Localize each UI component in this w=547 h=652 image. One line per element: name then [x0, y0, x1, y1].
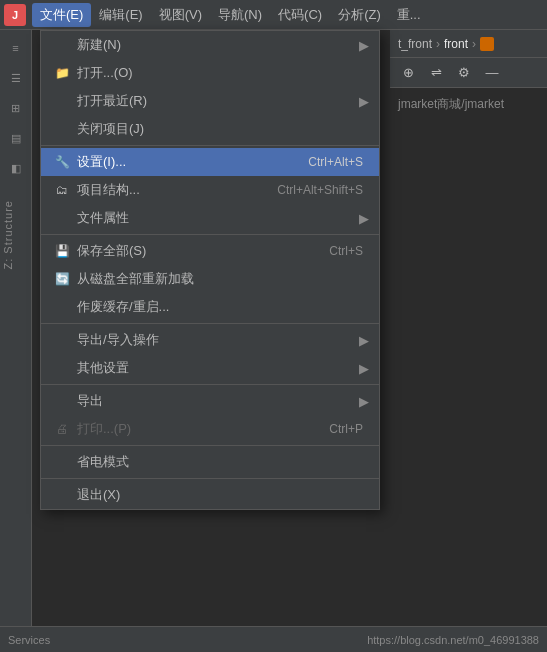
divider-1	[41, 145, 379, 146]
status-bar-right: https://blog.csdn.net/m0_46991388	[367, 634, 539, 646]
menu-code[interactable]: 代码(C)	[270, 3, 330, 27]
menu-item-reload-label: 从磁盘全部重新加载	[77, 270, 363, 288]
open-icon: 📁	[53, 64, 71, 82]
menu-item-print[interactable]: 🖨 打印...(P) Ctrl+P	[41, 415, 379, 443]
menu-edit[interactable]: 编辑(E)	[91, 3, 150, 27]
left-sidebar: ≡ ☰ ⊞ ▤ ◧	[0, 30, 32, 626]
structure-label: Z: Structure	[2, 200, 14, 269]
file-props-icon	[53, 209, 71, 227]
sidebar-icon-4[interactable]: ▤	[2, 124, 30, 152]
export-icon	[53, 392, 71, 410]
close-project-icon	[53, 120, 71, 138]
breadcrumb-t-front[interactable]: t_front	[398, 37, 432, 51]
open-recent-icon	[53, 92, 71, 110]
breadcrumb-front[interactable]: front	[444, 37, 468, 51]
breadcrumb: t_front › front ›	[390, 30, 547, 58]
menu-item-close-project[interactable]: 关闭项目(J)	[41, 115, 379, 143]
project-structure-icon: 🗂	[53, 181, 71, 199]
divider-4	[41, 384, 379, 385]
menu-item-print-label: 打印...(P)	[77, 420, 313, 438]
menu-item-save-all[interactable]: 💾 保存全部(S) Ctrl+S	[41, 237, 379, 265]
menu-item-exit-label: 退出(X)	[77, 486, 363, 504]
reload-icon: 🔄	[53, 270, 71, 288]
menu-item-open-label: 打开...(O)	[77, 64, 363, 82]
menu-item-power-save[interactable]: 省电模式	[41, 448, 379, 476]
export-arrow-icon: ▶	[359, 394, 369, 409]
invalidate-icon	[53, 298, 71, 316]
menu-item-new[interactable]: 新建(N) ▶	[41, 31, 379, 59]
menu-item-project-structure-label: 项目结构...	[77, 181, 261, 199]
export-import-icon	[53, 331, 71, 349]
menu-item-export-import[interactable]: 导出/导入操作 ▶	[41, 326, 379, 354]
menu-navigate[interactable]: 导航(N)	[210, 3, 270, 27]
other-settings-icon	[53, 359, 71, 377]
menu-item-power-save-label: 省电模式	[77, 453, 363, 471]
file-props-arrow-icon: ▶	[359, 211, 369, 226]
exit-icon	[53, 486, 71, 504]
divider-5	[41, 445, 379, 446]
app-logo: J	[4, 4, 26, 26]
toolbar-minus-icon[interactable]: —	[482, 63, 502, 83]
menu-item-new-label: 新建(N)	[77, 36, 363, 54]
menu-item-project-structure[interactable]: 🗂 项目结构... Ctrl+Alt+Shift+S	[41, 176, 379, 204]
print-icon: 🖨	[53, 420, 71, 438]
open-recent-arrow-icon: ▶	[359, 94, 369, 109]
menu-item-settings[interactable]: 🔧 设置(I)... Ctrl+Alt+S	[41, 148, 379, 176]
power-save-icon	[53, 453, 71, 471]
export-import-arrow-icon: ▶	[359, 333, 369, 348]
settings-shortcut: Ctrl+Alt+S	[308, 155, 363, 169]
toolbar-settings-icon[interactable]: ⚙	[454, 63, 474, 83]
right-panel: jmarket商城/jmarket	[390, 88, 547, 626]
menu-item-open-recent-label: 打开最近(R)	[77, 92, 363, 110]
sidebar-icon-2[interactable]: ☰	[2, 64, 30, 92]
settings-wrench-icon: 🔧	[53, 153, 71, 171]
file-menu-dropdown: 新建(N) ▶ 📁 打开...(O) 打开最近(R) ▶ 关闭项目(J) 🔧 设…	[40, 30, 380, 510]
menu-item-reload[interactable]: 🔄 从磁盘全部重新加载	[41, 265, 379, 293]
menu-item-export[interactable]: 导出 ▶	[41, 387, 379, 415]
menu-analyze[interactable]: 分析(Z)	[330, 3, 389, 27]
menu-item-close-project-label: 关闭项目(J)	[77, 120, 363, 138]
menu-item-file-props-label: 文件属性	[77, 209, 363, 227]
status-bar: Services https://blog.csdn.net/m0_469913…	[0, 626, 547, 652]
breadcrumb-file-icon	[480, 37, 494, 51]
menu-item-invalidate[interactable]: 作废缓存/重启...	[41, 293, 379, 321]
sidebar-icon-5[interactable]: ◧	[2, 154, 30, 182]
menu-item-open-recent[interactable]: 打开最近(R) ▶	[41, 87, 379, 115]
other-settings-arrow-icon: ▶	[359, 361, 369, 376]
sidebar-icon-3[interactable]: ⊞	[2, 94, 30, 122]
divider-3	[41, 323, 379, 324]
new-icon	[53, 36, 71, 54]
menu-item-export-label: 导出	[77, 392, 363, 410]
menu-item-other-settings[interactable]: 其他设置 ▶	[41, 354, 379, 382]
new-arrow-icon: ▶	[359, 38, 369, 53]
menu-item-exit[interactable]: 退出(X)	[41, 481, 379, 509]
right-panel-path: jmarket商城/jmarket	[398, 97, 504, 111]
menu-item-other-settings-label: 其他设置	[77, 359, 363, 377]
menu-item-export-import-label: 导出/导入操作	[77, 331, 363, 349]
menu-item-save-all-label: 保存全部(S)	[77, 242, 313, 260]
toolbar: ⊕ ⇌ ⚙ —	[390, 58, 547, 88]
toolbar-add-icon[interactable]: ⊕	[398, 63, 418, 83]
divider-6	[41, 478, 379, 479]
toolbar-sync-icon[interactable]: ⇌	[426, 63, 446, 83]
divider-2	[41, 234, 379, 235]
status-bar-left: Services	[8, 634, 50, 646]
save-all-shortcut: Ctrl+S	[329, 244, 363, 258]
menu-item-file-props[interactable]: 文件属性 ▶	[41, 204, 379, 232]
menu-item-open[interactable]: 📁 打开...(O)	[41, 59, 379, 87]
save-icon: 💾	[53, 242, 71, 260]
menu-view[interactable]: 视图(V)	[151, 3, 210, 27]
breadcrumb-sep-2: ›	[472, 37, 476, 51]
breadcrumb-sep-1: ›	[436, 37, 440, 51]
menu-file[interactable]: 文件(E)	[32, 3, 91, 27]
sidebar-icon-1[interactable]: ≡	[2, 34, 30, 62]
print-shortcut: Ctrl+P	[329, 422, 363, 436]
menu-more[interactable]: 重...	[389, 3, 429, 27]
menu-item-settings-label: 设置(I)...	[77, 153, 292, 171]
menu-bar: J 文件(E) 编辑(E) 视图(V) 导航(N) 代码(C) 分析(Z) 重.…	[0, 0, 547, 30]
menu-item-invalidate-label: 作废缓存/重启...	[77, 298, 363, 316]
project-structure-shortcut: Ctrl+Alt+Shift+S	[277, 183, 363, 197]
